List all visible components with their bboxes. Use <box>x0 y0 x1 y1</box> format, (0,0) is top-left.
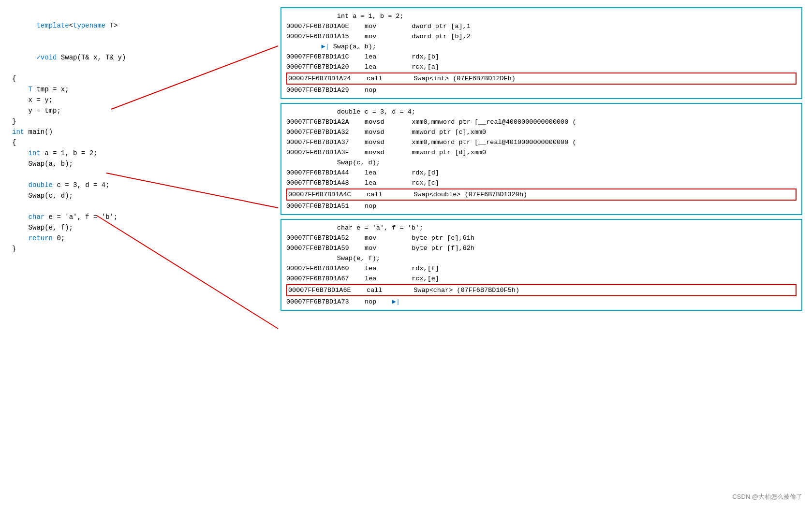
checkmark-icon: ✓ <box>36 54 40 61</box>
asm-box-char: char e = 'a', f = 'b'; 00007FF6B7BD1A52 … <box>281 219 802 311</box>
asm-highlight-double-call: 00007FF6B7BD1A4C call Swap<double> (07FF… <box>286 188 797 201</box>
keyword-template: template <box>36 22 69 29</box>
code-line-5: x = y; <box>12 95 268 105</box>
asm-source-swap-ef: Swap(e, f); <box>286 253 797 263</box>
asm-line-1a59: 00007FF6B7BD1A59 mov byte ptr [f],62h <box>286 243 797 253</box>
asm-line-1a2a: 00007FF6B7BD1A2A movsd xmm0,mmword ptr [… <box>286 117 797 127</box>
code-line-11: Swap(a, b); <box>12 159 268 169</box>
asm-box-double: double c = 3, d = 4; 00007FF6B7BD1A2A mo… <box>281 103 802 215</box>
asm-line-1a15: 00007FF6B7BD1A15 mov dword ptr [b],2 <box>286 31 797 42</box>
code-line-17: Swap(e, f); <box>12 222 268 233</box>
asm-source-double: double c = 3, d = 4; <box>286 107 797 117</box>
asm-line-1a20: 00007FF6B7BD1A20 lea rcx,[a] <box>286 62 797 72</box>
asm-source-1: int a = 1, b = 2; <box>286 11 797 21</box>
asm-line-1a24: 00007FF6B7BD1A24 call Swap<int> (07FF6B7… <box>288 73 795 84</box>
code-line-3: { <box>12 73 268 84</box>
code-line-12 <box>12 169 268 180</box>
asm-line-1a4c: 00007FF6B7BD1A4C call Swap<double> (07FF… <box>288 189 795 200</box>
asm-line-1a52: 00007FF6B7BD1A52 mov byte ptr [e],61h <box>286 233 797 243</box>
code-line-4: T tmp = x; <box>12 84 268 95</box>
code-line-6: y = tmp; <box>12 105 268 116</box>
asm-line-1a0e: 00007FF6B7BD1A0E mov dword ptr [a],1 <box>286 21 797 31</box>
code-line-15 <box>12 201 268 212</box>
asm-line-1a44: 00007FF6B7BD1A44 lea rdx,[d] <box>286 168 797 178</box>
code-line-9: { <box>12 137 268 148</box>
asm-line-1a32: 00007FF6B7BD1A32 movsd mmword ptr [c],xm… <box>286 127 797 137</box>
code-line-19: } <box>12 244 268 254</box>
asm-line-1a29: 00007FF6B7BD1A29 nop <box>286 85 797 95</box>
source-code-panel: template<typename T> ✓void Swap(T& x, T&… <box>5 5 276 502</box>
asm-highlight-char-call: 00007FF6B7BD1A6E call Swap<char> (07FF6B… <box>286 284 797 296</box>
asm-source-char: char e = 'a', f = 'b'; <box>286 223 797 233</box>
code-line-7: } <box>12 116 268 127</box>
main-container: template<typename T> ✓void Swap(T& x, T&… <box>0 0 812 507</box>
code-line-13: double c = 3, d = 4; <box>12 180 268 190</box>
asm-source-swap-cd: Swap(c, d); <box>286 158 797 168</box>
asm-line-1a1c: 00007FF6B7BD1A1C lea rdx,[b] <box>286 52 797 62</box>
assembly-panel: int a = 1, b = 2; 00007FF6B7BD1A0E mov d… <box>276 5 807 502</box>
asm-line-1a48: 00007FF6B7BD1A48 lea rcx,[c] <box>286 178 797 188</box>
code-line-8: int main() <box>12 127 268 137</box>
code-line-18: return 0; <box>12 233 268 244</box>
asm-line-1a73: 00007FF6B7BD1A73 nop ▶| <box>286 297 797 307</box>
code-line-16: char e = 'a', f = 'b'; <box>12 212 268 222</box>
asm-box-int: int a = 1, b = 2; 00007FF6B7BD1A0E mov d… <box>281 7 802 99</box>
asm-line-1a60: 00007FF6B7BD1A60 lea rdx,[f] <box>286 263 797 274</box>
asm-line-1a51: 00007FF6B7BD1A51 nop <box>286 201 797 211</box>
asm-line-1a3f: 00007FF6B7BD1A3F movsd mmword ptr [d],xm… <box>286 147 797 158</box>
asm-highlight-int-call: 00007FF6B7BD1A24 call Swap<int> (07FF6B7… <box>286 72 797 85</box>
asm-line-1a37: 00007FF6B7BD1A37 movsd xmm0,mmword ptr [… <box>286 137 797 147</box>
watermark: CSDN @大柏怎么被偷了 <box>732 493 802 501</box>
code-line-14: Swap(c, d); <box>12 190 268 201</box>
code-line-2: ✓void Swap(T& x, T& y) <box>12 42 268 73</box>
asm-line-1a6e: 00007FF6B7BD1A6E call Swap<char> (07FF6B… <box>288 285 795 295</box>
asm-source-swap-ab: ▶| Swap(a, b); <box>286 42 797 52</box>
code-line-10: int a = 1, b = 2; <box>12 148 268 159</box>
asm-line-1a67: 00007FF6B7BD1A67 lea rcx,[e] <box>286 274 797 284</box>
code-line-1: template<typename T> <box>12 10 268 42</box>
